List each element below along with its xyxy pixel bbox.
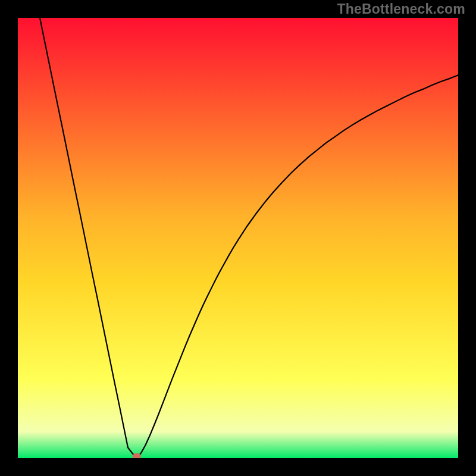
watermark-text: TheBottleneck.com xyxy=(337,1,465,17)
chart-background xyxy=(18,18,458,458)
chart-frame: TheBottleneck.com xyxy=(0,0,476,476)
bottleneck-chart xyxy=(18,18,458,458)
